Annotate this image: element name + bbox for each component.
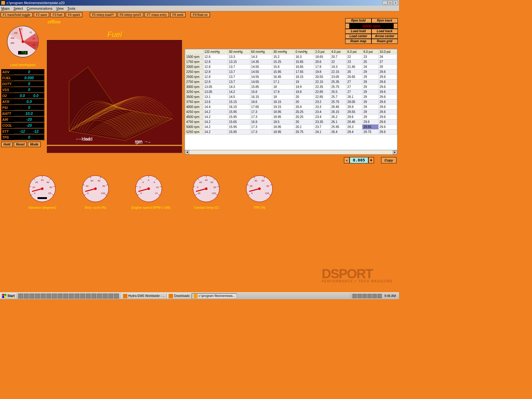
rpm-hold-button[interactable]: Rpm hold: [345, 18, 371, 23]
table-cell[interactable]: 15.8: [272, 64, 294, 69]
roam-grid-button[interactable]: Roam grid: [371, 39, 398, 44]
table-cell[interactable]: 17.9: [272, 90, 294, 95]
table-cell[interactable]: 29.6: [378, 120, 397, 125]
table-cell[interactable]: 13.3: [228, 54, 250, 59]
tray-icon[interactable]: [352, 294, 357, 298]
table-cell[interactable]: 15.65: [294, 59, 314, 64]
table-cell[interactable]: 26.1: [330, 120, 346, 125]
table-cell[interactable]: 3000 rpm: [185, 84, 203, 90]
table-header[interactable]: 10.0 psi: [378, 49, 397, 54]
table-cell[interactable]: 28.9: [346, 105, 362, 110]
table-cell[interactable]: 28.45: [346, 120, 362, 125]
table-cell[interactable]: 29.6: [378, 79, 397, 84]
table-cell[interactable]: 29: [362, 69, 378, 74]
table-cell[interactable]: 29: [378, 64, 397, 69]
table-cell[interactable]: 24.1: [314, 130, 330, 135]
table-cell[interactable]: 4500 rpm: [185, 115, 203, 120]
table-cell[interactable]: 12.8: [203, 79, 228, 84]
table-cell[interactable]: 18: [272, 95, 294, 100]
table-cell[interactable]: 17.3: [250, 115, 272, 120]
table-cell[interactable]: 18: [272, 84, 294, 90]
table-cell[interactable]: 28.55: [346, 110, 362, 115]
table-cell[interactable]: 29.6: [378, 84, 397, 90]
table-cell[interactable]: 18.95: [272, 130, 294, 135]
table-cell[interactable]: 26.65: [346, 74, 362, 79]
table-cell[interactable]: 16.15: [250, 95, 272, 100]
table-cell[interactable]: 26.4: [330, 130, 346, 135]
table-cell[interactable]: 14.55: [250, 79, 272, 84]
table-cell[interactable]: 14.35: [250, 59, 272, 64]
table-cell[interactable]: 15.95: [272, 69, 294, 74]
taskbar-task[interactable]: Downloads: [167, 293, 191, 299]
table-cell[interactable]: 20: [294, 120, 314, 125]
f1-button[interactable]: F1 track/hold toggle: [1, 12, 33, 17]
table-cell[interactable]: 26: [346, 69, 362, 74]
menu-tools[interactable]: Tools: [67, 7, 75, 10]
fuel-table[interactable]: 120 mmHg90 mmHg60 mmHg30 mmHg0 mmHg2.0 p…: [185, 49, 397, 135]
table-cell[interactable]: 14.55: [250, 69, 272, 74]
table-cell[interactable]: 14.3: [250, 54, 272, 59]
rpm-plus-button[interactable]: +: [393, 23, 398, 29]
table-cell[interactable]: 26.15: [330, 110, 346, 115]
table-cell[interactable]: 19.15: [272, 105, 294, 110]
table-cell[interactable]: 29: [362, 100, 378, 105]
menu-select[interactable]: Select: [13, 7, 23, 10]
table-cell[interactable]: 17.55: [294, 69, 314, 74]
ql-icon[interactable]: [18, 294, 23, 299]
table-cell[interactable]: 5250 rpm: [185, 130, 203, 135]
table-cell[interactable]: 20: [294, 95, 314, 100]
start-button[interactable]: Start: [0, 293, 17, 299]
table-cell[interactable]: 12.8: [203, 59, 228, 64]
table-cell[interactable]: 23: [346, 59, 362, 64]
table-cell[interactable]: 25.7: [330, 95, 346, 100]
table-header[interactable]: 60 mmHg: [250, 49, 272, 54]
table-cell[interactable]: 13.05: [203, 90, 228, 95]
table-cell[interactable]: 20.4: [294, 105, 314, 110]
f7-button[interactable]: F7 mass entry: [145, 12, 169, 17]
table-cell[interactable]: 20.25: [294, 115, 314, 120]
table-cell[interactable]: 13.6: [203, 100, 228, 105]
table-cell[interactable]: 29: [362, 74, 378, 79]
taskbar-task[interactable]: c:\program files\nemesis...: [192, 293, 237, 299]
ql-icon[interactable]: [41, 294, 46, 299]
plus-button[interactable]: +: [368, 157, 374, 163]
table-cell[interactable]: 12.8: [203, 69, 228, 74]
table-cell[interactable]: 23.7: [314, 125, 330, 130]
table-cell[interactable]: 18.65: [314, 54, 330, 59]
table-cell[interactable]: 27: [346, 79, 362, 84]
adjust-value[interactable]: 0.005: [350, 157, 368, 163]
table-cell[interactable]: 17.65: [250, 105, 272, 110]
table-cell[interactable]: 13.7: [228, 64, 250, 69]
table-cell[interactable]: 17.8: [314, 64, 330, 69]
ql-icon[interactable]: [63, 294, 68, 299]
ql-icon[interactable]: [80, 294, 85, 299]
restore-button[interactable]: □: [388, 1, 393, 5]
table-cell[interactable]: 26.2: [330, 115, 346, 120]
f9-button[interactable]: F9 float on: [191, 12, 210, 17]
table-cell[interactable]: 15.65: [228, 120, 250, 125]
table-cell[interactable]: 22.15: [330, 69, 346, 74]
table-cell[interactable]: 17.3: [250, 130, 272, 135]
table-cell[interactable]: 22.15: [314, 79, 330, 84]
table-cell[interactable]: 20.6: [314, 59, 330, 64]
table-cell[interactable]: 19: [294, 79, 314, 84]
table-cell[interactable]: 23.4: [314, 115, 330, 120]
ql-icon[interactable]: [114, 294, 119, 299]
table-cell[interactable]: 29: [362, 115, 378, 120]
table-cell[interactable]: 14.55: [250, 74, 272, 79]
close-button[interactable]: ×: [393, 1, 398, 5]
f3-button[interactable]: F3 fuel: [50, 12, 64, 17]
table-cell[interactable]: 29.6: [378, 115, 397, 120]
table-cell[interactable]: 15.85: [250, 84, 272, 90]
table-cell[interactable]: 16.3: [294, 54, 314, 59]
table-cell[interactable]: 18.95: [272, 125, 294, 130]
table-cell[interactable]: 25.75: [330, 84, 346, 90]
table-cell[interactable]: 4750 rpm: [185, 120, 203, 125]
menu-communications[interactable]: Communications: [27, 7, 53, 10]
table-cell[interactable]: 13.7: [228, 74, 250, 79]
table-header[interactable]: 120 mmHg: [203, 49, 228, 54]
table-cell[interactable]: 20.25: [294, 110, 314, 115]
horizontal-scrollbar[interactable]: ◄►: [185, 150, 397, 154]
ql-icon[interactable]: [108, 294, 113, 299]
ql-icon[interactable]: [29, 294, 34, 299]
